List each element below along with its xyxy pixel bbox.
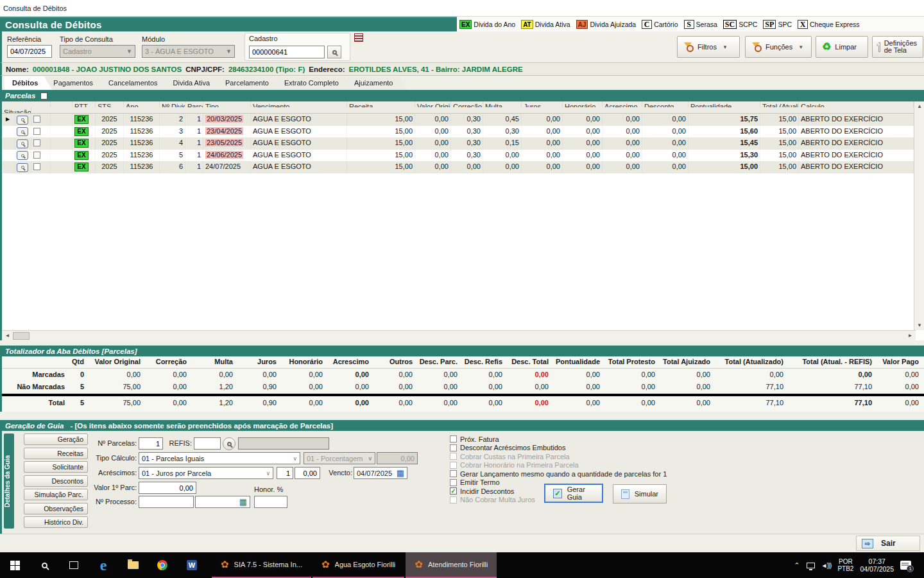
column-header-receita[interactable]: Receita (347, 101, 415, 107)
table-row[interactable]: EX20251152363123/04/2025AGUA E ESGOTO15,… (2, 126, 914, 138)
scrollbar-thumb[interactable] (13, 332, 30, 340)
column-header-pontualidade[interactable]: Pontualidade (689, 101, 760, 107)
column-header-vencimento[interactable]: Vencimento (251, 101, 347, 107)
list-icon[interactable] (354, 33, 363, 42)
parcelas-checkbox[interactable] (40, 92, 47, 100)
cadastro-search-button[interactable] (327, 46, 341, 58)
cadastro-input[interactable] (249, 46, 325, 58)
taskbar-app-atendimento-fiorilli[interactable]: ✿Atendimento Fiorilli (406, 552, 497, 578)
language-indicator[interactable]: PORPTB2 (837, 558, 853, 572)
column-header-situa-o[interactable]: Situação (2, 107, 31, 113)
column-header-ano[interactable]: Ano (124, 101, 160, 107)
detalhes-guia-tab[interactable]: Detalhes da Guia (4, 434, 14, 529)
tab-extrato-completo[interactable]: Extrato Completo (277, 76, 353, 90)
clock[interactable]: 07:3704/07/2025 (860, 557, 894, 573)
task-view-button[interactable] (59, 552, 89, 578)
limpar-button[interactable]: ♻ Limpar (816, 36, 868, 58)
gerar-guia-button[interactable]: ✓ Gerar Guia (544, 484, 603, 503)
column-header-ptt[interactable]: PTT (73, 101, 96, 107)
column-header-desconto[interactable]: Desconto (642, 101, 689, 107)
table-row[interactable]: EX20251152365124/06/2025AGUA E ESGOTO15,… (2, 150, 914, 162)
taskbar-app-sia-7-5-sistema-in[interactable]: ✿SIA 7.5 - Sistema In... (212, 552, 311, 578)
valor1-input[interactable] (139, 482, 196, 494)
tab-parcelamento[interactable]: Parcelamento (218, 76, 283, 90)
column-header-sts[interactable]: STS (96, 101, 124, 107)
scroll-up-icon[interactable]: ▲ (915, 101, 924, 111)
row-checkbox[interactable] (33, 128, 40, 135)
checkbox-gerar-lan-amento-mesmo-quando-a-quantidade-de-parcelas-for-1[interactable]: Gerar Lançamento mesmo quando a quantida… (450, 469, 719, 478)
column-header-honor-rio[interactable]: Honorário (563, 101, 603, 107)
row-checkbox[interactable] (33, 163, 40, 170)
table-row[interactable]: EX20251152364123/05/2025AGUA E ESGOTO15,… (2, 137, 914, 150)
tab-d-bitos[interactable]: Débitos (4, 76, 52, 90)
column-header-[interactable]: ...... (2, 101, 51, 107)
magnifier-icon[interactable] (17, 127, 28, 136)
column-header-[interactable]: ... (51, 101, 73, 107)
network-icon[interactable] (807, 563, 815, 568)
n-parcelas-input[interactable] (139, 437, 163, 450)
checkbox-cobrar-honor-rio-na-primeira-parcela[interactable]: Cobrar Honorário na Primeira Parcela (450, 461, 719, 470)
side-button-descontos[interactable]: Descontos (24, 475, 88, 487)
row-checkbox[interactable] (33, 139, 40, 146)
side-button-observa-es[interactable]: Observações (24, 503, 88, 514)
tray-expand-icon[interactable]: ⌃ (794, 561, 800, 570)
scroll-down-icon[interactable]: ▼ (915, 320, 924, 330)
scroll-left-icon[interactable]: ◄ (3, 331, 12, 340)
acrescimos-select[interactable]: 01 - Juros por Parcela∨ (139, 467, 273, 479)
column-header-multa[interactable]: Multa (483, 101, 522, 107)
column-header-parcela[interactable]: Parcela (185, 101, 203, 107)
magnifier-icon[interactable] (17, 151, 28, 160)
notification-icon[interactable]: 1 (900, 561, 911, 570)
modulo-select[interactable]: 3 - ÁGUA E ESGOTO▼ (142, 45, 235, 58)
column-header-calculo[interactable]: Calculo (799, 101, 914, 107)
tab-cancelamentos[interactable]: Cancelamentos (101, 76, 171, 90)
tipo-calculo-select[interactable]: 01 - Parcelas Iguais∨ (139, 452, 300, 464)
tab-ajuizamento[interactable]: Ajuizamento (346, 76, 407, 90)
filtros-button[interactable]: Filtros ▼ (677, 36, 740, 58)
acrescimos-valor-input[interactable] (295, 467, 320, 479)
column-header-total-atualizado[interactable]: Total (Atualizado) (760, 101, 799, 107)
column-header-valor-original[interactable]: Valor Original (415, 101, 451, 107)
start-button[interactable] (0, 552, 30, 578)
side-button-receitas[interactable]: Receitas (24, 448, 88, 459)
side-button-solicitante[interactable]: Solicitante (24, 461, 88, 473)
vencto-input[interactable]: 04/07/2025▦ (354, 467, 407, 479)
taskbar-search-button[interactable] (30, 552, 59, 578)
column-header-tipo[interactable]: Tipo (203, 101, 251, 107)
calendar-icon[interactable]: ▦ (397, 469, 404, 477)
word-button[interactable]: W (177, 552, 207, 578)
chrome-button[interactable] (148, 552, 177, 578)
honor-input[interactable] (254, 496, 287, 508)
side-button-hist-rico-div[interactable]: Histórico Div. (24, 516, 88, 528)
acrescimos-qtd-input[interactable] (277, 467, 293, 479)
tipo-consulta-select[interactable]: Cadastro▼ (60, 45, 135, 58)
checkbox-cobrar-custas-na-primeira-parcela[interactable]: Cobrar Custas na Primeira Parcela (450, 452, 719, 461)
calculator-icon[interactable]: ▦ (239, 498, 247, 506)
column-header-corre-o[interactable]: Correção (451, 101, 483, 107)
tab-divida-ativa[interactable]: Divida Ativa (166, 76, 224, 90)
refis-input[interactable] (194, 437, 221, 450)
magnifier-icon[interactable] (17, 163, 28, 172)
side-button-simula-o-parc[interactable]: Simulação Parc. (24, 489, 88, 500)
taskbar-app-agua-esgoto-fiorilli[interactable]: ✿Agua Esgoto Fiorilli (312, 552, 404, 578)
column-header-n-divida[interactable]: Nº Divida (160, 101, 185, 107)
row-checkbox[interactable] (33, 116, 40, 123)
horizontal-scrollbar[interactable]: ◄ ► (2, 330, 916, 340)
referencia-input[interactable] (7, 45, 52, 58)
table-row[interactable]: EX20251152366124/07/2025AGUA E ESGOTO15,… (2, 161, 914, 173)
scroll-right-icon[interactable]: ► (905, 331, 915, 340)
magnifier-icon[interactable] (17, 116, 28, 125)
definicoes-tela-button[interactable]: Definiçõesde Tela (872, 36, 923, 58)
refis-search-button[interactable] (223, 437, 235, 450)
file-explorer-button[interactable] (118, 552, 148, 578)
funcoes-button[interactable]: Funções ▼ (745, 36, 812, 58)
vertical-scrollbar[interactable]: ▲ ▼ (914, 101, 924, 330)
table-row[interactable]: ▶EX20251152362120/03/2025AGUA E ESGOTO15… (2, 114, 914, 126)
processo-data-input[interactable]: ▦ (195, 496, 250, 508)
column-header-juros[interactable]: Juros (522, 101, 563, 107)
checkbox-pr-x-fatura[interactable]: Próx. Fatura (450, 435, 719, 444)
row-checkbox[interactable] (33, 152, 40, 159)
speaker-icon[interactable]: ◄))) (821, 562, 832, 569)
processo-input[interactable] (139, 496, 194, 508)
side-button-gera-o[interactable]: Geração (24, 434, 88, 445)
